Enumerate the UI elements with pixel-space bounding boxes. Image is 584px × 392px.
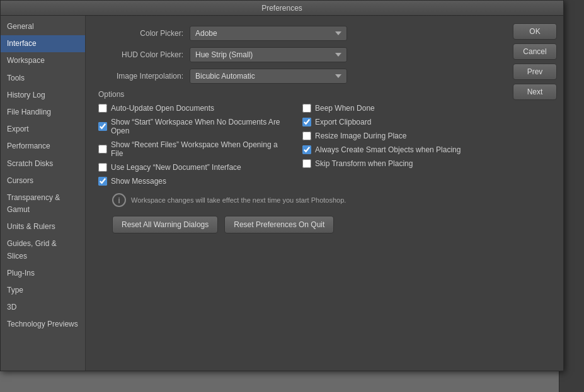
- option-resize-image-checkbox[interactable]: [302, 132, 311, 140]
- reset-preferences-button[interactable]: Reset Preferences On Quit: [224, 216, 334, 233]
- sidebar-item-transparency-gamut[interactable]: Transparency & Gamut: [1, 189, 85, 218]
- color-picker-label: Color Picker:: [98, 29, 190, 38]
- reset-warning-dialogs-button[interactable]: Reset All Warning Dialogs: [112, 216, 218, 233]
- hud-color-picker-select[interactable]: Hue Strip (Small) Hue Strip (Medium) Hue…: [190, 47, 347, 62]
- option-show-recent-files: Show “Recent Files” Workspace When Openi…: [98, 140, 290, 158]
- option-skip-transform: Skip Transform when Placing: [302, 159, 494, 168]
- sidebar-item-performance[interactable]: Performance: [1, 138, 85, 155]
- option-auto-update: Auto-Update Open Documents: [98, 104, 290, 113]
- option-show-start-workspace-checkbox[interactable]: [98, 122, 107, 131]
- sidebar-item-history-log[interactable]: History Log: [1, 87, 85, 104]
- option-show-start-workspace: Show “Start” Workspace When No Documents…: [98, 118, 290, 135]
- main-content: Color Picker: Adobe HUD Color Picker: Hu…: [86, 16, 507, 371]
- option-legacy-new-doc-checkbox[interactable]: [98, 163, 107, 172]
- sidebar-item-file-handling[interactable]: File Handling: [1, 104, 85, 121]
- buttons-panel: OK Cancel Prev Next: [507, 16, 563, 371]
- sidebar-item-plug-ins[interactable]: Plug-Ins: [1, 265, 85, 282]
- sidebar-item-general[interactable]: General: [1, 18, 85, 35]
- sidebar-item-type[interactable]: Type: [1, 282, 85, 299]
- option-legacy-new-doc-label: Use Legacy “New Document” Interface: [111, 163, 241, 172]
- info-icon: i: [112, 193, 126, 207]
- option-export-clipboard-checkbox[interactable]: [302, 118, 311, 126]
- sidebar-item-workspace[interactable]: Workspace: [1, 52, 85, 69]
- sidebar-item-interface[interactable]: Interface: [1, 35, 85, 52]
- option-show-messages: Show Messages: [98, 177, 290, 186]
- dialog-titlebar: Preferences: [1, 1, 563, 16]
- option-skip-transform-label: Skip Transform when Placing: [315, 159, 413, 168]
- sidebar-item-cursors[interactable]: Cursors: [1, 172, 85, 189]
- option-show-messages-checkbox[interactable]: [98, 177, 107, 186]
- option-show-recent-files-label: Show “Recent Files” Workspace When Openi…: [111, 140, 290, 158]
- hud-color-picker-label: HUD Color Picker:: [98, 50, 190, 59]
- option-beep-when-done-checkbox[interactable]: [302, 104, 311, 113]
- preferences-dialog: Preferences General Interface Workspace …: [0, 0, 564, 371]
- sidebar-item-units-rulers[interactable]: Units & Rulers: [1, 218, 85, 235]
- option-beep-when-done: Beep When Done: [302, 104, 494, 113]
- sidebar-item-scratch-disks[interactable]: Scratch Disks: [1, 155, 85, 172]
- option-export-clipboard-label: Export Clipboard: [315, 118, 371, 126]
- bottom-buttons: Reset All Warning Dialogs Reset Preferen…: [98, 216, 494, 233]
- option-beep-when-done-label: Beep When Done: [315, 104, 375, 113]
- option-smart-objects-label: Always Create Smart Objects when Placing: [315, 145, 461, 154]
- hud-color-picker-row: HUD Color Picker: Hue Strip (Small) Hue …: [98, 47, 494, 62]
- sidebar-item-export[interactable]: Export: [1, 121, 85, 138]
- option-legacy-new-doc: Use Legacy “New Document” Interface: [98, 163, 290, 172]
- color-picker-select[interactable]: Adobe: [190, 26, 347, 41]
- option-smart-objects: Always Create Smart Objects when Placing: [302, 145, 494, 154]
- interpolation-label: Image Interpolation:: [98, 72, 190, 81]
- sidebar-item-guides-grid-slices[interactable]: Guides, Grid & Slices: [1, 235, 85, 264]
- cancel-button[interactable]: Cancel: [513, 43, 557, 60]
- interpolation-select[interactable]: Bicubic Automatic Nearest Neighbor Bilin…: [190, 69, 347, 84]
- option-smart-objects-checkbox[interactable]: [302, 145, 311, 154]
- color-picker-row: Color Picker: Adobe: [98, 26, 494, 41]
- ok-button[interactable]: OK: [513, 23, 557, 40]
- option-auto-update-checkbox[interactable]: [98, 104, 107, 113]
- option-show-start-workspace-label: Show “Start” Workspace When No Documents…: [111, 118, 290, 135]
- option-resize-image-label: Resize Image During Place: [315, 132, 406, 140]
- option-auto-update-label: Auto-Update Open Documents: [111, 104, 214, 113]
- info-row: i Workspace changes will take effect the…: [112, 193, 494, 207]
- option-show-messages-label: Show Messages: [111, 177, 166, 186]
- sidebar-item-technology-previews[interactable]: Technology Previews: [1, 316, 85, 333]
- option-resize-image: Resize Image During Place: [302, 132, 494, 140]
- option-skip-transform-checkbox[interactable]: [302, 159, 311, 168]
- sidebar-item-tools[interactable]: Tools: [1, 70, 85, 87]
- option-show-recent-files-checkbox[interactable]: [98, 145, 107, 154]
- interpolation-row: Image Interpolation: Bicubic Automatic N…: [98, 69, 494, 84]
- prev-button[interactable]: Prev: [513, 64, 557, 80]
- info-message: Workspace changes will take effect the n…: [131, 196, 346, 204]
- dialog-title: Preferences: [261, 4, 302, 13]
- next-button[interactable]: Next: [513, 84, 557, 100]
- option-export-clipboard: Export Clipboard: [302, 118, 494, 126]
- options-heading: Options: [98, 90, 494, 99]
- sidebar: General Interface Workspace Tools Histor…: [1, 16, 86, 371]
- sidebar-item-3d[interactable]: 3D: [1, 299, 85, 316]
- options-grid: Auto-Update Open Documents Show “Start” …: [98, 104, 494, 186]
